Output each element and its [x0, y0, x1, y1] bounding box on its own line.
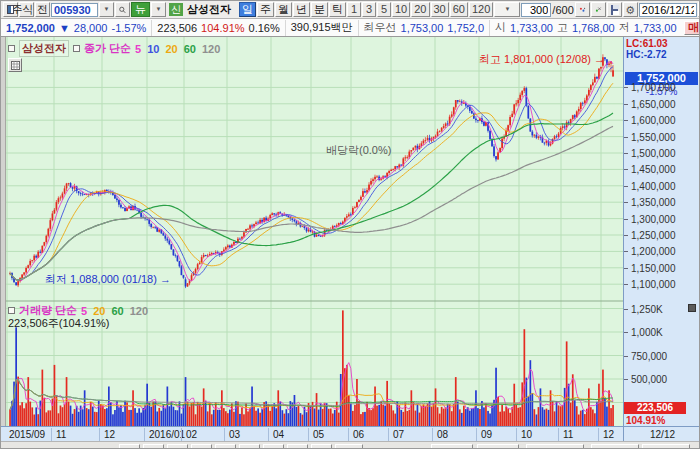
settings-button[interactable]: ⚙ — [623, 2, 638, 17]
interval-select[interactable]: ▼ — [494, 2, 520, 17]
period-tab-월[interactable]: 월 — [275, 2, 292, 17]
best-ask: 1,753,00 — [401, 22, 444, 34]
asset-type-select[interactable]: 주식▼ — [19, 2, 34, 17]
bar-count-input[interactable] — [521, 3, 551, 17]
x-axis-label-03: 03 — [229, 429, 240, 440]
axis-tick — [624, 137, 628, 138]
save-button[interactable] — [607, 2, 622, 17]
low-label: 저 — [619, 20, 630, 35]
x-axis-corner-date: 12/12 — [623, 427, 700, 442]
axis-tick — [624, 235, 628, 236]
quote-bar: 1,752,000 ▼ 28,000 -1.57% 223,506 104.91… — [1, 19, 700, 37]
axis-tick — [624, 87, 628, 88]
cutoff-toolbar-button[interactable] — [335, 444, 363, 449]
period-tab-틱[interactable]: 틱 — [329, 2, 346, 17]
x-axis-label-09: 09 — [481, 429, 492, 440]
period-tab-분[interactable]: 분 — [311, 2, 328, 17]
axis-tick — [624, 219, 628, 220]
chart-tool-button-1[interactable] — [575, 2, 590, 17]
interval-buttons: 13510203060120 — [347, 2, 493, 17]
cutoff-toolbar-button[interactable] — [526, 444, 584, 449]
x-axis-separator — [432, 428, 433, 441]
jeon-button[interactable]: 전 — [35, 2, 50, 17]
legend-checkbox[interactable] — [8, 45, 15, 52]
search-icon — [119, 5, 126, 15]
x-axis-separator — [308, 428, 309, 441]
interval-button-60[interactable]: 60 — [450, 2, 468, 17]
cutoff-toolbar-button[interactable] — [311, 444, 332, 449]
volume-cluster: 223,506 104.91% 0.16% — [152, 20, 285, 36]
cutoff-toolbar-button[interactable] — [167, 444, 188, 449]
pane-collapse-icon[interactable] — [688, 304, 696, 312]
volume-ma-periods: 52060120 — [81, 305, 148, 317]
period-tab-주[interactable]: 주 — [257, 2, 274, 17]
interval-button-3[interactable]: 3 — [362, 2, 376, 17]
open-label: 시 — [495, 20, 506, 35]
x-axis-label-10: 10 — [521, 429, 532, 440]
period-tabs: 일주월년분틱 — [239, 2, 346, 17]
cutoff-toolbar-button[interactable] — [143, 444, 164, 449]
chevron-down-icon: ▼ — [156, 3, 162, 16]
axis-tick — [624, 309, 628, 310]
x-axis-separator — [268, 428, 269, 441]
cutoff-toolbar-button[interactable] — [287, 444, 308, 449]
cutoff-toolbar-button[interactable] — [477, 444, 519, 449]
grid-toggle-button[interactable] — [8, 58, 22, 72]
price-legend: 삼성전자 종가 단순 5102060120 — [8, 40, 220, 57]
buy-button[interactable]: 매수 — [684, 21, 700, 35]
cutoff-toolbar-button[interactable] — [239, 444, 260, 449]
cutoff-toolbar-button[interactable] — [431, 444, 473, 449]
new-menu-button[interactable]: 뉴 — [131, 2, 150, 17]
down-arrow-icon: ▼ — [59, 22, 70, 34]
main-toolbar: 주식▼ 전 ▼ 뉴 ▼ 신 삼성전자 일주월년분틱 13510203060120… — [1, 1, 700, 19]
legend-checkbox[interactable] — [8, 307, 15, 314]
best-bid: 1,752,0 — [447, 22, 484, 34]
x-axis: 12/12 2015/0911122016/010203040506070809… — [1, 426, 700, 441]
best-quote-label: 최우선 — [364, 20, 397, 35]
cutoff-toolbar-button[interactable] — [119, 444, 140, 449]
change-value: 28,000 — [74, 22, 108, 34]
interval-button-5[interactable]: 5 — [377, 2, 391, 17]
chart-tool-button-2[interactable] — [591, 2, 606, 17]
x-axis-label-04: 04 — [273, 429, 284, 440]
cutoff-toolbar-button[interactable] — [591, 444, 639, 449]
interval-button-30[interactable]: 30 — [431, 2, 449, 17]
interval-button-1[interactable]: 1 — [347, 2, 361, 17]
x-axis-separator — [144, 428, 145, 441]
x-axis-separator — [224, 428, 225, 441]
interval-button-120[interactable]: 120 — [469, 2, 493, 17]
axis-tick — [624, 251, 628, 252]
best-quote-cluster: 최우선 1,753,00 1,752,0 — [359, 20, 491, 36]
chart-cross-icon — [595, 5, 602, 15]
code-dropdown-button[interactable]: ▼ — [99, 2, 114, 17]
x-axis-label-11: 11 — [563, 429, 573, 440]
search-button[interactable] — [115, 2, 130, 17]
volume-current-text: 223,506주(104.91%) — [8, 316, 110, 331]
stock-code-input[interactable] — [51, 3, 98, 17]
interval-button-10[interactable]: 10 — [392, 2, 410, 17]
axis-label: 1,500,000 — [631, 148, 676, 159]
cutoff-toolbar-button[interactable] — [215, 444, 236, 449]
cutoff-toolbar-button[interactable] — [642, 444, 690, 449]
axis-label: 500,000 — [631, 374, 667, 385]
period-tab-일[interactable]: 일 — [239, 2, 256, 17]
axis-label: 1,250K — [631, 304, 663, 315]
cutoff-toolbar-button[interactable] — [191, 444, 212, 449]
x-axis-label-12: 12 — [104, 429, 115, 440]
x-axis-label-11: 11 — [56, 429, 66, 440]
axis-tick — [624, 379, 628, 380]
date-input[interactable] — [639, 3, 697, 17]
price-volume-chart[interactable] — [6, 37, 623, 426]
legend-checkbox[interactable] — [73, 45, 80, 52]
axis-label: 1,200,000 — [631, 246, 676, 257]
x-axis-label-02: 02 — [186, 429, 197, 440]
cutoff-toolbar-button[interactable] — [263, 444, 284, 449]
chart-dots-icon — [579, 5, 586, 15]
volume-badge: 223,506 — [624, 402, 686, 414]
interval-button-20[interactable]: 20 — [411, 2, 429, 17]
new-menu-dropdown[interactable]: ▼ — [151, 2, 166, 17]
bar-total-label: /600 — [552, 4, 573, 16]
period-tab-년[interactable]: 년 — [293, 2, 310, 17]
x-axis-label-07: 07 — [393, 429, 404, 440]
annotation-low: 최저 1,088,000 (01/18) → — [45, 272, 171, 287]
